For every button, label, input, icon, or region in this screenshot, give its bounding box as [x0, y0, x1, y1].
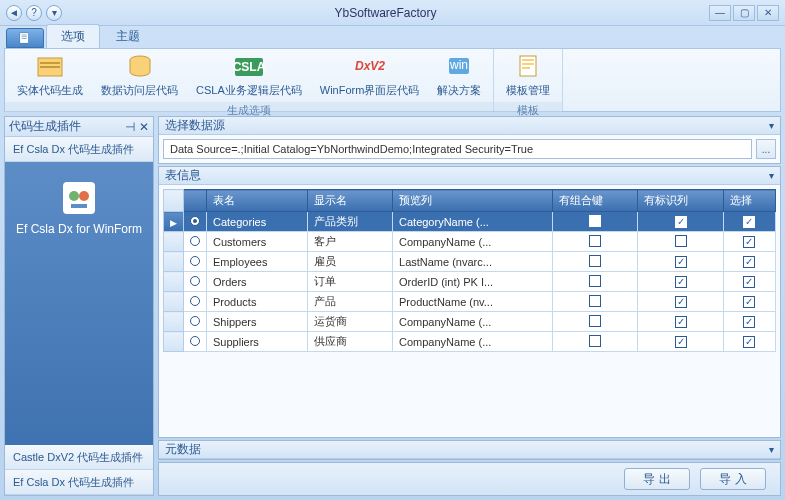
tab-theme[interactable]: 主题: [102, 25, 154, 48]
dxv2-icon: DxV2: [354, 53, 386, 81]
tableinfo-section: 表信息 ▾ 表名 显示名 预览列 有组合键 有标识列 选择: [158, 166, 781, 438]
svg-rect-15: [522, 63, 534, 65]
cell-select[interactable]: ✓: [723, 212, 775, 232]
accordion-efcsladx: Ef Csla Dx 代码生成插件: [5, 137, 153, 162]
table-row[interactable]: Customers客户CompanyName (...✓: [164, 232, 776, 252]
cell-preview: LastName (nvarc...: [393, 252, 553, 272]
cell-composite[interactable]: [553, 312, 638, 332]
cell-composite[interactable]: [553, 212, 638, 232]
col-preview[interactable]: 预览列: [393, 190, 553, 212]
metadata-section: 元数据 ▾: [158, 440, 781, 460]
plugin-icon[interactable]: [63, 182, 95, 214]
accordion-castle: Castle DxV2 代码生成插件: [5, 445, 153, 470]
svg-text:DxV2: DxV2: [355, 59, 385, 73]
left-panel: 代码生成插件 ⊣✕ Ef Csla Dx 代码生成插件 Ef Csla Dx f…: [4, 116, 154, 496]
cell-identity[interactable]: ✓: [638, 272, 723, 292]
cell-composite[interactable]: [553, 272, 638, 292]
cell-select[interactable]: ✓: [723, 232, 775, 252]
cell-preview: ProductName (nv...: [393, 292, 553, 312]
col-composite[interactable]: 有组合键: [553, 190, 638, 212]
col-select[interactable]: 选择: [723, 190, 775, 212]
cell-composite[interactable]: [553, 232, 638, 252]
import-button[interactable]: 导 入: [700, 468, 766, 490]
cell-composite[interactable]: [553, 252, 638, 272]
cell-identity[interactable]: ✓: [638, 252, 723, 272]
col-identity[interactable]: 有标识列: [638, 190, 723, 212]
cell-composite[interactable]: [553, 292, 638, 312]
row-radio[interactable]: [184, 292, 207, 312]
row-indicator: [164, 232, 184, 252]
row-radio[interactable]: [184, 312, 207, 332]
row-radio[interactable]: [184, 232, 207, 252]
cell-composite[interactable]: [553, 332, 638, 352]
metadata-title: 元数据: [165, 441, 201, 458]
cell-select[interactable]: ✓: [723, 332, 775, 352]
cell-preview: CategoryName (...: [393, 212, 553, 232]
col-radio: [184, 190, 207, 212]
cell-identity[interactable]: ✓: [638, 292, 723, 312]
ribbon-csla-code[interactable]: CSLA CSLA业务逻辑层代码: [192, 51, 306, 100]
cell-identity[interactable]: ✓: [638, 332, 723, 352]
cell-select[interactable]: ✓: [723, 312, 775, 332]
cell-name: Customers: [207, 232, 308, 252]
accordion-header-efcsladx2[interactable]: Ef Csla Dx 代码生成插件: [5, 470, 153, 494]
cell-name: Orders: [207, 272, 308, 292]
win-icon: win: [443, 53, 475, 81]
datasource-input[interactable]: [163, 139, 752, 159]
pin-icon[interactable]: ⊣: [125, 120, 135, 134]
minimize-button[interactable]: —: [709, 5, 731, 21]
close-button[interactable]: ✕: [757, 5, 779, 21]
left-panel-header: 代码生成插件 ⊣✕: [5, 117, 153, 137]
collapse-icon[interactable]: ▾: [769, 444, 774, 455]
row-radio[interactable]: [184, 252, 207, 272]
app-orb[interactable]: [6, 28, 44, 48]
cell-display: 产品: [307, 292, 392, 312]
cell-select[interactable]: ✓: [723, 272, 775, 292]
panel-close-icon[interactable]: ✕: [139, 120, 149, 134]
export-button[interactable]: 导 出: [624, 468, 690, 490]
table-row[interactable]: ▶Categories产品类别CategoryName (...✓✓: [164, 212, 776, 232]
cell-display: 客户: [307, 232, 392, 252]
table-row[interactable]: Suppliers供应商CompanyName (...✓✓: [164, 332, 776, 352]
cell-name: Shippers: [207, 312, 308, 332]
help-button[interactable]: ?: [26, 5, 42, 21]
table-row[interactable]: Employees雇员LastName (nvarc...✓✓: [164, 252, 776, 272]
row-radio[interactable]: [184, 272, 207, 292]
table-row[interactable]: Products产品ProductName (nv...✓✓: [164, 292, 776, 312]
svg-rect-2: [22, 36, 27, 37]
svg-rect-14: [522, 59, 534, 61]
datasource-title: 选择数据源: [165, 117, 225, 134]
cell-select[interactable]: ✓: [723, 292, 775, 312]
tab-options[interactable]: 选项: [46, 24, 100, 48]
ribbon-solution[interactable]: win 解决方案: [433, 51, 485, 100]
ribbon-winform-code[interactable]: DxV2 WinForm界面层代码: [316, 51, 424, 100]
ribbon-dal-code[interactable]: 数据访问层代码: [97, 51, 182, 100]
table-row[interactable]: Orders订单OrderID (int) PK I...✓✓: [164, 272, 776, 292]
dropdown-button[interactable]: ▾: [46, 5, 62, 21]
table-row[interactable]: Shippers运货商CompanyName (...✓✓: [164, 312, 776, 332]
cell-identity[interactable]: ✓: [638, 212, 723, 232]
app-title: YbSoftwareFactory: [62, 6, 709, 20]
left-panel-title: 代码生成插件: [9, 118, 81, 135]
col-display[interactable]: 显示名: [307, 190, 392, 212]
tableinfo-title: 表信息: [165, 167, 201, 184]
ribbon-entity-code[interactable]: 实体代码生成: [13, 51, 87, 100]
col-name[interactable]: 表名: [207, 190, 308, 212]
col-rowheader: [164, 190, 184, 212]
accordion-header-castle[interactable]: Castle DxV2 代码生成插件: [5, 445, 153, 469]
datasource-browse-button[interactable]: ...: [756, 139, 776, 159]
footer: 导 出 导 入: [158, 462, 781, 496]
cell-select[interactable]: ✓: [723, 252, 775, 272]
maximize-button[interactable]: ▢: [733, 5, 755, 21]
back-button[interactable]: ◄: [6, 5, 22, 21]
collapse-icon[interactable]: ▾: [769, 170, 774, 181]
cell-identity[interactable]: [638, 232, 723, 252]
accordion-header-efcsladx[interactable]: Ef Csla Dx 代码生成插件: [5, 137, 153, 161]
row-radio[interactable]: [184, 212, 207, 232]
ribbon-tabs: 选项 主题: [0, 26, 785, 48]
row-indicator: ▶: [164, 212, 184, 232]
cell-identity[interactable]: ✓: [638, 312, 723, 332]
ribbon-template-manage[interactable]: 模板管理: [502, 51, 554, 100]
collapse-icon[interactable]: ▾: [769, 120, 774, 131]
row-radio[interactable]: [184, 332, 207, 352]
